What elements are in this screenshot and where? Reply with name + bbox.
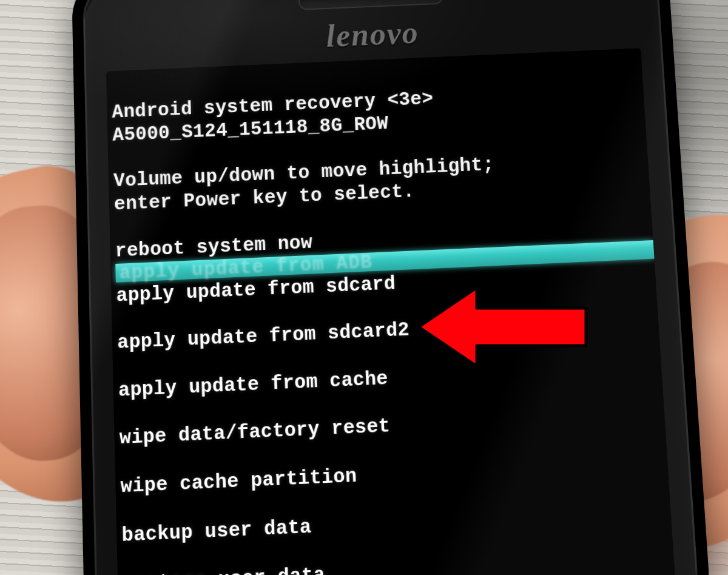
phone-body: lenovo Android system recovery <3e> A500…	[72, 0, 712, 575]
recovery-console: Android system recovery <3e> A5000_S124_…	[106, 48, 675, 575]
phone-screen: Android system recovery <3e> A5000_S124_…	[106, 48, 675, 575]
menu-backup-user-data[interactable]: backup user data	[121, 499, 672, 548]
menu-restore-user-data[interactable]: restore user data	[123, 548, 675, 575]
menu-apply-update-from-cache[interactable]: apply update from cache	[118, 355, 662, 403]
menu-wipe-data-factory-reset[interactable]: wipe data/factory reset	[119, 402, 665, 451]
menu-apply-update-from-sdcard2[interactable]: apply update from sdcard2	[117, 308, 659, 355]
earpiece-speaker	[298, 0, 443, 10]
menu-wipe-cache-partition[interactable]: wipe cache partition	[120, 450, 668, 499]
